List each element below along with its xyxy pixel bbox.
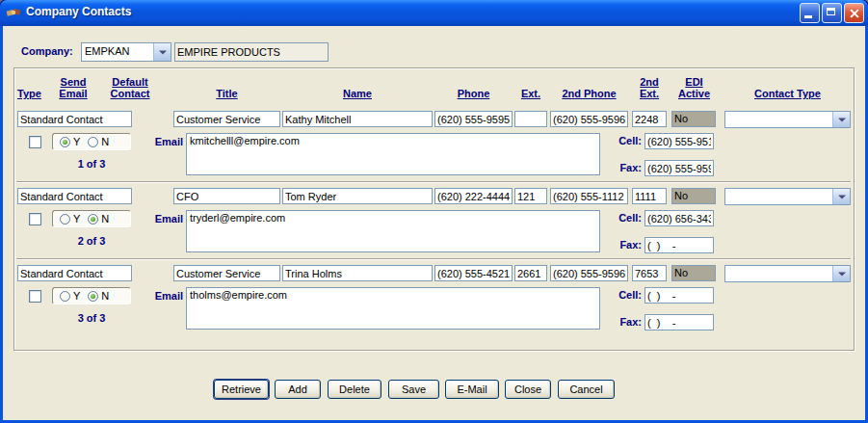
header-name: Name — [282, 88, 433, 99]
second-phone-field[interactable] — [550, 265, 628, 281]
phone-field[interactable] — [434, 111, 513, 127]
chevron-down-icon[interactable] — [153, 43, 171, 61]
record-position: 2 of 3 — [52, 235, 131, 247]
save-button[interactable]: Save — [388, 380, 439, 399]
send-email-checkbox[interactable] — [29, 290, 41, 303]
fax-field[interactable] — [644, 314, 714, 330]
radio-y-label: Y — [73, 136, 80, 147]
email-field[interactable]: tryderl@empire.com — [186, 210, 600, 252]
phone-field[interactable] — [434, 265, 513, 281]
default-contact-radio-group: Y N — [52, 210, 131, 227]
default-contact-radio-n[interactable] — [88, 137, 98, 147]
email-field[interactable]: tholms@empire.com — [186, 287, 600, 330]
close-icon[interactable] — [844, 3, 864, 23]
chevron-down-icon[interactable] — [832, 189, 850, 204]
cell-field[interactable] — [644, 287, 714, 304]
ext-field[interactable] — [514, 188, 547, 204]
header-contact-type: Contact Type — [724, 88, 851, 99]
fax-field[interactable] — [644, 160, 714, 176]
fax-label: Fax: — [615, 162, 642, 173]
row-separator — [16, 258, 851, 260]
default-contact-radio-group: Y N — [52, 133, 131, 150]
header-send-email: Send Email — [48, 76, 98, 99]
default-contact-radio-n[interactable] — [88, 291, 98, 302]
edi-active-field: No — [671, 188, 716, 204]
contact-row-2: No Y N Email tryderl@empire.com Cell: Fa… — [0, 188, 868, 263]
minimize-icon[interactable] — [800, 3, 820, 23]
contact-type-name-field[interactable] — [17, 111, 132, 127]
second-ext-field[interactable] — [632, 188, 667, 204]
app-icon — [6, 5, 21, 20]
contact-type-name-field[interactable] — [17, 265, 132, 281]
header-2nd-ext: 2nd Ext. — [632, 76, 667, 99]
cell-label: Cell: — [615, 135, 642, 146]
title-field[interactable] — [173, 111, 280, 127]
name-field[interactable] — [282, 265, 433, 281]
second-ext-field[interactable] — [632, 265, 667, 281]
default-contact-radio-group: Y N — [52, 287, 131, 304]
fax-label: Fax: — [615, 316, 642, 328]
header-default-contact: Default Contact — [96, 76, 164, 99]
email-button[interactable]: E-Mail — [445, 380, 499, 399]
header-edi-active: EDI Active — [671, 76, 717, 99]
email-label: Email — [143, 290, 183, 302]
second-phone-field[interactable] — [550, 111, 628, 127]
contact-type-dropdown[interactable] — [724, 188, 851, 205]
cancel-button[interactable]: Cancel — [558, 380, 615, 399]
close-button[interactable]: Close — [505, 380, 551, 399]
send-email-checkbox[interactable] — [29, 136, 41, 148]
header-phone: Phone — [434, 88, 513, 99]
send-email-checkbox[interactable] — [29, 213, 41, 225]
title-field[interactable] — [173, 265, 280, 281]
email-label: Email — [143, 213, 183, 225]
default-contact-radio-y[interactable] — [60, 214, 70, 225]
record-position: 3 of 3 — [52, 312, 131, 324]
retrieve-button[interactable]: Retrieve — [214, 380, 269, 399]
second-ext-field[interactable] — [632, 111, 667, 127]
edi-active-field: No — [671, 265, 716, 281]
company-label: Company: — [21, 45, 73, 57]
company-code: EMPKAN — [85, 45, 129, 57]
window-title: Company Contacts — [26, 5, 131, 18]
titlebar[interactable]: Company Contacts — [0, 0, 868, 26]
record-position: 1 of 3 — [52, 158, 131, 170]
company-name-field: EMPIRE PRODUCTS — [174, 42, 329, 62]
fax-label: Fax: — [615, 239, 642, 251]
window-controls — [798, 3, 864, 23]
maximize-icon[interactable] — [822, 3, 842, 23]
name-field[interactable] — [282, 111, 433, 127]
fax-field[interactable] — [644, 237, 714, 253]
second-phone-field[interactable] — [550, 188, 628, 204]
add-button[interactable]: Add — [275, 380, 321, 399]
chevron-down-icon[interactable] — [832, 112, 850, 127]
phone-field[interactable] — [434, 188, 513, 204]
row-separator — [16, 181, 851, 183]
default-contact-radio-n[interactable] — [88, 214, 98, 225]
email-label: Email — [143, 136, 183, 147]
contact-row-3: No Y N Email tholms@empire.com Cell: Fax… — [0, 265, 868, 340]
radio-n-label: N — [101, 136, 109, 147]
radio-y-label: Y — [73, 290, 80, 302]
contact-type-dropdown[interactable] — [724, 265, 851, 282]
contact-type-name-field[interactable] — [17, 188, 132, 204]
ext-field[interactable] — [514, 265, 547, 281]
ext-field[interactable] — [514, 111, 547, 127]
chevron-down-icon[interactable] — [832, 266, 850, 281]
company-contacts-window: Company Contacts Company: EMPKAN EMPIRE … — [0, 0, 868, 423]
delete-button[interactable]: Delete — [328, 380, 381, 399]
edi-active-field: No — [671, 111, 716, 127]
contact-type-dropdown[interactable] — [724, 111, 851, 128]
cell-label: Cell: — [615, 212, 642, 224]
cell-label: Cell: — [615, 289, 642, 301]
company-dropdown[interactable]: EMPKAN — [81, 42, 171, 62]
cell-field[interactable] — [644, 133, 714, 149]
cell-field[interactable] — [644, 210, 714, 226]
default-contact-radio-y[interactable] — [60, 291, 70, 302]
radio-y-label: Y — [73, 213, 80, 225]
name-field[interactable] — [282, 188, 433, 204]
title-field[interactable] — [173, 188, 280, 204]
header-2nd-phone: 2nd Phone — [550, 88, 628, 99]
email-field[interactable]: kmitchelll@empire.com — [186, 133, 600, 175]
default-contact-radio-y[interactable] — [60, 137, 70, 147]
header-title: Title — [173, 88, 280, 99]
